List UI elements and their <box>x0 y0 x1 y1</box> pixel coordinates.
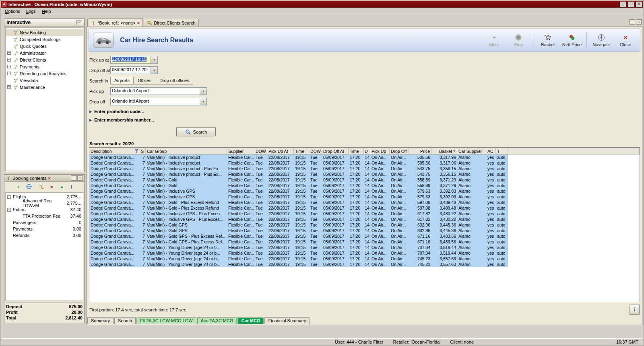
table-row[interactable]: Dodge Grand Carava... 7 Van(Mini) - Youn… <box>89 262 640 267</box>
col-description[interactable]: Description <box>89 148 140 154</box>
tab-close-icon[interactable]: × <box>137 21 140 25</box>
booking-close-icon[interactable]: × <box>48 176 50 181</box>
col-car-group[interactable]: Car Group <box>146 148 227 154</box>
expand-icon[interactable]: + <box>7 58 11 62</box>
tab-booking[interactable]: *Book. ref.: <none> × <box>87 19 143 27</box>
booking-tree-row[interactable]: TTA Protection Fee 37.40 <box>6 213 83 219</box>
globe-icon[interactable] <box>26 184 32 189</box>
bottom-tab[interactable]: Car MCO <box>237 317 264 324</box>
table-row[interactable]: Dodge Grand Carava... 7 Van(Mini) - Incl… <box>89 194 640 200</box>
info-button[interactable]: i <box>630 305 640 315</box>
navigate-button[interactable]: Navigate <box>591 33 612 47</box>
pickup-location-dropdown[interactable]: ▼ <box>200 88 206 95</box>
sidebar-item[interactable]: + Administrator <box>6 49 83 56</box>
booking-tree-row[interactable]: Passengers 0 <box>6 219 83 226</box>
expand-icon[interactable]: + <box>7 65 11 68</box>
expand-icon[interactable]: + <box>7 85 11 89</box>
col-basket[interactable]: Basket ▼ <box>431 148 457 154</box>
col-dropoff-at[interactable]: Drop Off At <box>322 148 349 154</box>
sidebar-item[interactable]: + Maintenance <box>6 84 83 91</box>
panel-collapse-button[interactable]: ─ <box>76 20 82 25</box>
bottom-tab[interactable]: Flt 2A,3C LGW MCO LGW <box>136 317 196 324</box>
search-in-tab[interactable]: Offices <box>134 77 155 84</box>
expand-icon[interactable]: + <box>7 72 11 75</box>
sidebar-item[interactable]: + Reporting and Analytics <box>6 70 83 77</box>
table-row[interactable]: Dodge Grand Carava... 7 Van(Mini) - Gold… <box>89 183 640 188</box>
membership-expander[interactable]: ▶ Enter membership number... <box>89 117 339 122</box>
sidebar-item[interactable]: Completed Bookings <box>6 36 83 43</box>
table-row[interactable]: Dodge Grand Carava... 7 Van(Mini) - Incl… <box>89 216 640 222</box>
palm-transfer-icon[interactable] <box>38 184 44 189</box>
sidebar-item[interactable]: Viewdata <box>6 77 83 84</box>
table-row[interactable]: Dodge Grand Carava... 7 Van(Mini) - Incl… <box>89 171 640 177</box>
expand-icon[interactable]: + <box>7 51 11 55</box>
more-button[interactable]: More <box>484 33 505 47</box>
col-pickup-at[interactable]: Pick Up At <box>267 148 294 154</box>
col-t[interactable]: T <box>496 148 508 154</box>
table-row[interactable]: Dodge Grand Carava... 7 Van(Mini) - Gold… <box>89 222 640 228</box>
pickup-at-dropdown[interactable]: ▼ <box>151 56 157 63</box>
booking-tree-row[interactable]: Advanced Reg LGW>M 2,775... <box>6 200 83 206</box>
col-s[interactable]: S <box>140 148 146 154</box>
delete-icon[interactable]: × <box>50 184 54 189</box>
menu-item[interactable]: Help <box>39 8 54 14</box>
table-row[interactable]: Dodge Grand Carava... 7 Van(Mini) - Gold… <box>89 228 640 233</box>
promo-code-expander[interactable]: ▶ Enter promotion code... <box>89 109 339 114</box>
add-icon[interactable]: + <box>17 184 20 189</box>
col-dow-dropoff[interactable]: DOW <box>309 148 322 154</box>
booking-maximize-button[interactable]: □ <box>77 175 83 181</box>
tab-direct-clients-search[interactable]: Direct Clients Search <box>144 19 198 27</box>
stop-button[interactable]: Stop <box>508 33 529 47</box>
bottom-tab[interactable]: Summary <box>87 317 114 324</box>
maximize-button[interactable]: □ <box>628 2 634 7</box>
menu-item[interactable]: Options <box>2 8 23 14</box>
sidebar-item[interactable]: + Direct Clients <box>6 56 83 63</box>
table-row[interactable]: Dodge Grand Carava... 7 Van(Mini) - Incl… <box>89 188 640 194</box>
table-row[interactable]: Dodge Grand Carava... 7 Van(Mini) - Incl… <box>89 211 640 216</box>
table-row[interactable]: Dodge Grand Carava... 7 Van(Mini) - Gold… <box>89 177 640 183</box>
col-supplier[interactable]: Supplier <box>227 148 254 154</box>
table-row[interactable]: Dodge Grand Carava... 7 Van(Mini) - Gold… <box>89 200 640 205</box>
sidebar-item[interactable]: Quick Quotes <box>6 43 83 49</box>
minimize-button[interactable]: _ <box>620 2 626 7</box>
col-car-supplier[interactable]: Car Supplier <box>457 148 486 154</box>
menu-item[interactable]: Logs <box>23 8 39 14</box>
bottom-tab[interactable]: Search <box>114 317 136 324</box>
filter-icon[interactable] <box>135 149 138 153</box>
sidebar-item[interactable]: New Booking <box>6 29 83 36</box>
table-row[interactable]: Dodge Grand Carava... 7 Van(Mini) - Youn… <box>89 245 640 250</box>
col-dow-pickup[interactable]: DOW <box>254 148 267 154</box>
booking-tree-row[interactable]: Payments 0.00 <box>6 226 83 232</box>
col-price[interactable]: Price <box>409 148 431 154</box>
doc-maximize-button[interactable]: □ <box>636 19 642 25</box>
col-pickup-time[interactable]: Time <box>294 148 309 154</box>
table-row[interactable]: Dodge Grand Carava... 7 Van(Mini) - Youn… <box>89 256 640 262</box>
search-in-tab[interactable]: Drop off offices <box>155 77 193 84</box>
booking-minimize-button[interactable]: ─ <box>71 175 76 181</box>
collapse-icon[interactable]: − <box>7 195 11 199</box>
col-dropoff-time[interactable]: Time <box>349 148 364 154</box>
bottom-tab[interactable]: Acc 2A,3C MCO <box>197 317 237 324</box>
table-row[interactable]: Dodge Grand Carava... 7 Van(Mini) - Gold… <box>89 239 640 245</box>
info-icon[interactable]: i <box>70 184 72 189</box>
basket-button[interactable]: Basket <box>537 33 558 47</box>
search-button[interactable]: Search <box>176 127 216 136</box>
collapse-icon[interactable]: − <box>7 208 11 212</box>
dropoff-at-field[interactable]: 05/09/2017 17:20 ▼ <box>110 66 158 74</box>
bottom-tab[interactable]: Financial Summary <box>264 317 310 324</box>
search-in-tab[interactable]: Airports <box>110 77 134 84</box>
table-row[interactable]: Dodge Grand Carava... 7 Van(Mini) - Incl… <box>89 160 640 166</box>
pickup-at-field[interactable]: 22/08/2017 19:15 ▼ <box>110 56 158 64</box>
nett-price-button[interactable]: Nett Price <box>561 33 582 47</box>
dropoff-at-dropdown[interactable]: ▼ <box>151 67 157 74</box>
table-row[interactable]: Dodge Grand Carava... 7 Van(Mini) - Gold… <box>89 233 640 239</box>
table-row[interactable]: Dodge Grand Carava... 7 Van(Mini) - Gold… <box>89 205 640 211</box>
col-days[interactable]: D <box>364 148 370 154</box>
table-row[interactable]: Dodge Grand Carava... 7 Van(Mini) - Youn… <box>89 250 640 256</box>
close-button[interactable]: × <box>636 2 642 7</box>
col-ac[interactable]: AC <box>486 148 496 154</box>
booking-tree-row[interactable]: Refunds 0.00 <box>6 232 83 239</box>
dropoff-location-combo[interactable]: Orlando Intl Airport ▼ <box>110 98 207 105</box>
doc-minimize-button[interactable]: ─ <box>630 19 635 25</box>
close-results-button[interactable]: × Close <box>615 33 636 47</box>
